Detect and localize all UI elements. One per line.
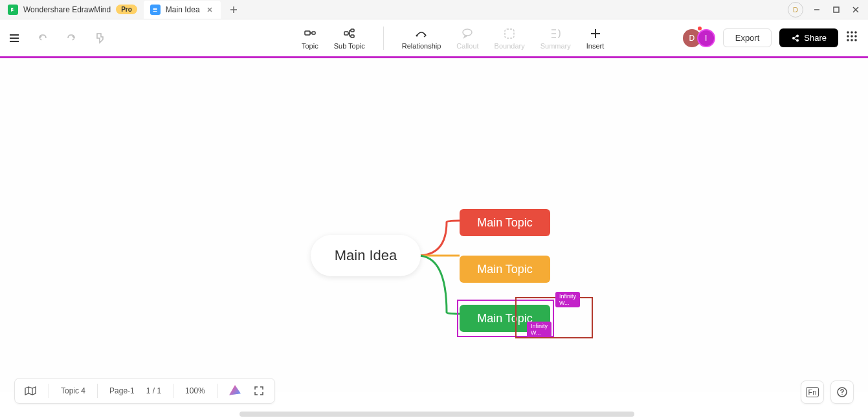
document-tab-label: Main Idea — [166, 5, 200, 14]
help-button[interactable] — [830, 380, 854, 404]
svg-point-1 — [155, 8, 157, 10]
svg-point-20 — [847, 39, 849, 41]
subtopic-tool[interactable]: Sub Topic — [334, 27, 365, 50]
tab-bar: Wondershare EdrawMind Pro Main Idea D — [0, 0, 868, 19]
svg-point-8 — [416, 34, 418, 36]
main-topic-2[interactable]: Main Topic — [460, 256, 550, 283]
topic-tool[interactable]: Topic — [302, 27, 318, 50]
app-tab-label: Wondershare EdrawMind — [23, 5, 111, 14]
boundary-tool: Boundary — [495, 27, 525, 50]
add-tab-button[interactable] — [225, 1, 243, 19]
connectors — [414, 209, 466, 338]
callout-icon — [460, 27, 474, 41]
zoom-level[interactable]: 100% — [185, 386, 205, 395]
svg-rect-5 — [344, 32, 348, 35]
insert-tool[interactable]: Insert — [586, 27, 605, 50]
svg-point-9 — [463, 29, 472, 36]
close-tab-icon[interactable] — [205, 5, 214, 14]
share-icon — [791, 34, 800, 43]
svg-point-18 — [851, 35, 853, 38]
callout-tool: Callout — [456, 27, 478, 50]
svg-rect-2 — [834, 7, 839, 12]
theme-color-button[interactable] — [229, 384, 241, 398]
svg-rect-10 — [505, 29, 514, 38]
bottom-right-controls: Fn — [801, 380, 854, 404]
collaborator-i[interactable]: I — [697, 29, 715, 47]
svg-point-0 — [153, 8, 155, 10]
topic-count[interactable]: Topic 4 — [61, 386, 85, 395]
svg-rect-4 — [312, 32, 315, 34]
fullscreen-button[interactable] — [252, 384, 265, 397]
app-tab[interactable]: Wondershare EdrawMind Pro — [1, 1, 144, 19]
svg-rect-3 — [305, 31, 310, 35]
svg-point-34 — [841, 394, 843, 395]
svg-point-12 — [796, 34, 799, 37]
user-avatar[interactable]: D — [788, 2, 803, 17]
bottom-bar: Topic 4 Page-1 1 / 1 100% — [14, 378, 275, 404]
undo-button[interactable] — [35, 30, 50, 46]
page-number: 1 / 1 — [146, 386, 161, 395]
svg-point-19 — [854, 35, 857, 38]
pro-badge: Pro — [116, 5, 137, 14]
svg-point-16 — [854, 31, 857, 34]
export-button[interactable]: Export — [723, 28, 772, 47]
svg-rect-6 — [351, 29, 354, 32]
window-controls: D — [788, 2, 867, 17]
insert-icon — [588, 27, 603, 41]
relationship-tool[interactable]: Relationship — [402, 27, 441, 50]
apps-grid-button[interactable] — [846, 30, 862, 46]
document-tab[interactable]: Main Idea — [144, 1, 221, 19]
maximize-button[interactable] — [830, 4, 842, 16]
svg-point-17 — [847, 35, 849, 38]
redo-button[interactable] — [63, 30, 79, 46]
svg-point-22 — [854, 39, 857, 41]
summary-icon — [548, 27, 562, 41]
collaborator-avatars: D I — [683, 29, 715, 47]
menu-button[interactable] — [6, 30, 22, 46]
close-window-button[interactable] — [850, 4, 862, 16]
page-label[interactable]: Page-1 — [109, 386, 135, 395]
svg-point-14 — [847, 31, 849, 34]
svg-point-13 — [796, 39, 799, 41]
topic-icon — [303, 27, 317, 41]
summary-tool: Summary — [540, 27, 571, 50]
separator — [383, 27, 384, 50]
edrawmind-icon — [8, 5, 18, 15]
format-painter-button[interactable] — [92, 30, 107, 46]
svg-point-21 — [851, 39, 853, 41]
canvas[interactable]: Main Idea Main Topic Main Topic Main Top… — [0, 60, 868, 392]
minimize-button[interactable] — [811, 4, 823, 16]
share-button[interactable]: Share — [779, 28, 838, 47]
main-toolbar: Topic Sub Topic Relationship Callout Bou… — [0, 19, 868, 58]
map-overview-button[interactable] — [24, 384, 37, 397]
subtopic-icon — [342, 27, 357, 41]
user-tag-2: Infinity W... — [527, 322, 551, 337]
fn-button[interactable]: Fn — [801, 380, 824, 404]
svg-point-15 — [851, 31, 853, 34]
doc-icon — [150, 5, 161, 15]
presence-dot — [698, 27, 702, 30]
boundary-icon — [502, 27, 517, 41]
user-tag-1: Infinity W... — [555, 292, 580, 307]
horizontal-scrollbar[interactable] — [239, 412, 634, 417]
svg-rect-7 — [351, 35, 354, 38]
main-topic-1[interactable]: Main Topic — [460, 209, 550, 236]
relationship-icon — [414, 27, 428, 41]
central-topic[interactable]: Main Idea — [311, 235, 421, 276]
